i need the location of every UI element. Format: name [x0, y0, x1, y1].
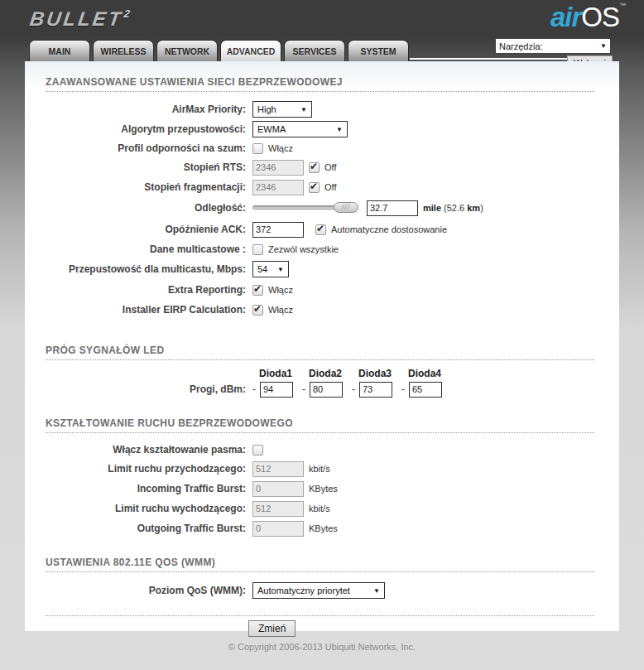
row-incoming-limit: Limit ruchu przychodzącego: kbit/s	[46, 459, 594, 479]
fragmentation-threshold-input[interactable]	[252, 180, 304, 195]
section-title-traffic-shaping: KSZTAŁTOWANIE RUCHU BEZPRZEWODOWEGO	[46, 417, 594, 433]
ack-timeout-label: Opóźnienie ACK:	[46, 224, 252, 235]
noise-immunity-checkbox[interactable]	[252, 143, 263, 154]
minus-sign: -	[401, 383, 409, 395]
row-qos-level: Poziom QoS (WMM): Automatyczny priorytet…	[46, 580, 594, 601]
led-threshold-4-input[interactable]	[409, 382, 442, 398]
row-shaping-enable: Włącz kształtowanie pasma:	[46, 441, 594, 459]
minus-sign: -	[352, 383, 359, 395]
ack-timeout-input[interactable]	[252, 222, 304, 238]
chevron-down-icon: ▼	[600, 42, 607, 50]
submit-separator	[46, 615, 594, 616]
tab-services[interactable]: SERVICES	[284, 40, 345, 61]
distance-slider[interactable]: ///	[252, 202, 358, 214]
incoming-burst-input[interactable]	[252, 481, 304, 497]
led-col-dioda4: Dioda4	[408, 368, 458, 379]
row-multicast-data: Dane multicastowe : Zezwól wszystkie	[46, 240, 594, 258]
incoming-burst-unit: KBytes	[309, 484, 338, 494]
led-threshold-4: -	[401, 382, 451, 398]
airmax-priority-label: AirMax Priority:	[46, 104, 252, 115]
multicast-allow-checkbox[interactable]	[252, 244, 263, 255]
multicast-data-label: Dane multicastowe :	[46, 243, 252, 255]
bullet-logo-text: BULLET	[28, 7, 124, 30]
tab-advanced[interactable]: ADVANCED	[220, 40, 281, 61]
led-threshold-2-input[interactable]	[310, 382, 343, 398]
tab-network[interactable]: NETWORK	[156, 40, 218, 61]
outgoing-limit-input[interactable]	[252, 501, 304, 517]
installer-eirp-checkbox[interactable]	[252, 305, 263, 316]
installer-eirp-checkbox-label: Włącz	[268, 305, 293, 315]
distance-slider-handle[interactable]: ///	[334, 202, 358, 213]
fragmentation-off-checkbox[interactable]	[309, 182, 320, 193]
installer-eirp-label: Installer EIRP Calculation:	[46, 304, 252, 316]
airos-logo: airOS™	[550, 2, 626, 33]
distance-input[interactable]	[367, 200, 418, 216]
chevron-down-icon: ▼	[294, 106, 307, 113]
led-threshold-2: -	[302, 382, 352, 398]
copyright-text: © Copyright 2006-2013 Ubiquiti Networks,…	[228, 642, 416, 652]
led-thresholds-label: Progi, dBm:	[46, 383, 252, 395]
row-ack-timeout: Opóźnienie ACK: Automatyczne dostosowani…	[46, 219, 594, 240]
tab-bar: MAIN WIRELESS NETWORK ADVANCED SERVICES …	[0, 36, 644, 61]
airos-logo-os: OS	[581, 2, 619, 32]
row-incoming-burst: Incoming Traffic Burst: KBytes	[46, 479, 594, 499]
incoming-limit-input[interactable]	[252, 461, 304, 477]
tab-system[interactable]: SYSTEM	[348, 40, 409, 61]
led-threshold-3: -	[352, 382, 401, 398]
extra-reporting-checkbox-label: Włącz	[268, 285, 293, 295]
tabs: MAIN WIRELESS NETWORK ADVANCED SERVICES …	[29, 40, 409, 61]
incoming-limit-unit: kbit/s	[309, 464, 330, 474]
led-threshold-3-input[interactable]	[359, 382, 392, 398]
incoming-limit-label: Limit ruchu przychodzącego:	[46, 463, 252, 475]
airmax-priority-select[interactable]: High ▼	[252, 101, 312, 118]
submit-row: Zmień	[46, 620, 594, 637]
qos-level-value: Automatyczny priorytet	[257, 586, 350, 595]
row-noise-immunity: Profil odporności na szum: Włącz	[46, 139, 594, 157]
qos-level-select[interactable]: Automatyczny priorytet ▼	[252, 582, 385, 599]
tab-wireless[interactable]: WIRELESS	[93, 40, 154, 61]
led-column-headers: Dioda1 Dioda2 Dioda3 Dioda4	[259, 368, 594, 379]
distance-label: Odległość:	[46, 202, 252, 214]
outgoing-burst-input[interactable]	[252, 521, 304, 537]
throughput-algorithm-value: EWMA	[257, 124, 286, 134]
extra-reporting-checkbox[interactable]	[252, 285, 263, 296]
rts-off-checkbox[interactable]	[309, 162, 320, 173]
row-airmax-priority: AirMax Priority: High ▼	[46, 99, 594, 119]
shaping-enable-checkbox[interactable]	[252, 445, 263, 456]
bullet-logo-sup: 2	[123, 7, 131, 20]
rts-threshold-input[interactable]	[252, 160, 304, 176]
rts-threshold-label: Stopień RTS:	[46, 161, 252, 173]
section-title-qos: USTAWIENIA 802.11E QOS (WMM)	[46, 557, 594, 572]
content-card: ZAAWANSOWANE USTAWIENIA SIECI BEZPRZEWOD…	[25, 61, 619, 631]
throughput-algorithm-label: Algorytm przepustowości:	[46, 123, 252, 135]
shaping-enable-label: Włącz kształtowanie pasma:	[46, 444, 252, 456]
led-threshold-1: -	[252, 382, 302, 398]
chevron-down-icon: ▼	[329, 126, 343, 133]
outgoing-burst-unit: KBytes	[309, 523, 338, 533]
row-installer-eirp: Installer EIRP Calculation: Włącz	[46, 300, 594, 320]
section-title-led: PRÓG SYGNAŁÓW LED	[46, 345, 594, 360]
throughput-algorithm-select[interactable]: EWMA ▼	[252, 121, 348, 137]
row-extra-reporting: Extra Reporting: Włącz	[46, 280, 594, 300]
noise-immunity-checkbox-label: Włącz	[268, 143, 293, 153]
extra-reporting-label: Extra Reporting:	[46, 284, 252, 296]
ack-auto-label: Automatyczne dostosowanie	[331, 224, 447, 234]
fragmentation-threshold-label: Stopień fragmentacji:	[46, 181, 252, 193]
outgoing-burst-label: Outgoing Traffic Burst:	[46, 523, 252, 534]
minus-sign: -	[252, 383, 260, 395]
distance-unit: mile (52.6 km)	[423, 203, 483, 213]
led-col-dioda1: Dioda1	[259, 368, 309, 379]
airos-logo-tm: ™	[619, 2, 626, 9]
row-led-thresholds: Progi, dBm: - - - -	[46, 379, 594, 399]
led-threshold-1-input[interactable]	[260, 382, 293, 398]
row-fragmentation-threshold: Stopień fragmentacji: Off	[46, 177, 594, 197]
ack-auto-checkbox[interactable]	[315, 224, 326, 235]
tools-dropdown-label: Narzędzia:	[499, 41, 543, 51]
tab-main[interactable]: MAIN	[29, 40, 90, 61]
header: BULLET2 airOS™	[0, 0, 644, 36]
fragmentation-off-label: Off	[324, 182, 336, 192]
multicast-rate-select[interactable]: 54 ▼	[252, 261, 289, 277]
tools-dropdown[interactable]: Narzędzia: ▼	[495, 38, 611, 54]
change-button[interactable]: Zmień	[248, 620, 296, 637]
chevron-down-icon: ▼	[274, 266, 284, 273]
